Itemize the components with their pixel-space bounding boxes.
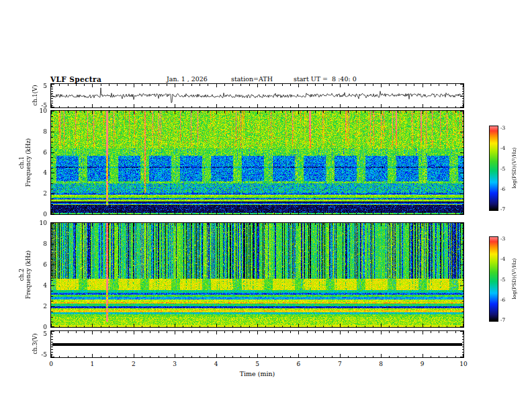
axis-tick [462, 103, 464, 103]
axis-tick [373, 223, 373, 225]
axis-tick [159, 326, 159, 328]
axis-tick [298, 104, 299, 107]
axis-tick [200, 223, 200, 225]
axis-tick [51, 280, 53, 281]
axis-tick [109, 356, 109, 358]
axis-tick [51, 178, 53, 179]
axis-tick [462, 116, 464, 117]
axis-tick [462, 142, 464, 142]
y-tick-label: 5 [31, 83, 47, 89]
axis-tick [92, 111, 93, 114]
axis-tick [332, 111, 332, 113]
axis-tick [232, 356, 233, 358]
axis-tick [348, 223, 349, 225]
axis-tick [150, 84, 150, 86]
axis-tick [431, 331, 431, 333]
axis-tick [381, 211, 382, 214]
axis-tick [159, 213, 159, 215]
x-tick-label: 6 [297, 361, 301, 367]
axis-tick [101, 111, 101, 113]
axis-tick [455, 356, 456, 358]
axis-tick [51, 142, 53, 142]
axis-tick [282, 331, 283, 333]
axis-tick [232, 326, 233, 328]
axis-tick [290, 326, 291, 328]
axis-tick [134, 84, 134, 87]
axis-tick [315, 331, 316, 333]
axis-tick [51, 275, 53, 276]
axis-tick [462, 270, 464, 271]
axis-tick [460, 173, 463, 173]
x-tick-label: 3 [173, 361, 177, 367]
axis-tick [462, 121, 464, 122]
axis-tick [200, 84, 200, 86]
axis-tick [290, 106, 291, 108]
axis-tick [462, 98, 464, 99]
axis-tick [51, 183, 53, 184]
axis-tick [76, 84, 77, 86]
ch3-waveform-panel [50, 330, 464, 358]
axis-tick [307, 84, 308, 86]
axis-tick [332, 331, 332, 333]
axis-tick [175, 354, 175, 357]
axis-tick [59, 106, 60, 108]
axis-tick [126, 223, 126, 225]
axis-tick [51, 189, 53, 189]
axis-tick [167, 106, 167, 108]
axis-tick [150, 326, 150, 328]
axis-tick [257, 84, 258, 87]
axis-tick [307, 213, 308, 215]
axis-tick [257, 104, 258, 107]
axis-tick [76, 106, 77, 108]
axis-tick [389, 106, 390, 108]
axis-tick [462, 259, 464, 260]
axis-tick [142, 223, 142, 225]
axis-tick [232, 111, 233, 113]
x-axis-title: Time (min) [240, 370, 275, 377]
axis-tick [398, 223, 398, 225]
axis-tick [134, 223, 134, 226]
axis-tick [117, 223, 118, 225]
axis-tick [84, 84, 85, 86]
axis-tick [257, 354, 258, 357]
x-tick-label: 2 [132, 361, 136, 367]
ch2-spectrogram-panel [50, 222, 464, 328]
axis-tick [249, 106, 250, 108]
ch2-channel-label: ch.2 [18, 250, 25, 299]
axis-tick [126, 84, 126, 86]
axis-tick [126, 331, 126, 333]
axis-tick [51, 334, 53, 334]
axis-tick [208, 111, 208, 113]
axis-tick [183, 331, 183, 333]
axis-tick [423, 223, 423, 226]
axis-tick [117, 356, 118, 358]
axis-tick [51, 214, 54, 214]
axis-tick [462, 189, 464, 189]
axis-tick [348, 356, 349, 358]
axis-tick [323, 331, 324, 333]
axis-tick [332, 213, 332, 215]
axis-tick [323, 106, 324, 108]
axis-tick [51, 291, 53, 291]
y-tick-label: 5 [31, 330, 47, 337]
colorbar-tick-label: -4 [500, 256, 505, 262]
ch1-colorbar [489, 126, 498, 211]
axis-tick [315, 356, 316, 358]
axis-tick [224, 356, 225, 358]
axis-tick [462, 342, 464, 342]
axis-tick [51, 96, 54, 97]
x-tick-label: 0 [49, 361, 53, 367]
axis-tick [423, 84, 423, 87]
ch2-frequency-axis-label: ch.2 Frequency (kHz) [18, 250, 32, 299]
axis-tick [142, 111, 142, 113]
axis-tick [183, 356, 183, 358]
axis-tick [68, 213, 69, 215]
axis-tick [462, 147, 464, 148]
axis-tick [460, 96, 463, 97]
colorbar-tick-label: -3 [500, 236, 505, 242]
axis-tick [439, 223, 439, 225]
axis-tick [51, 322, 53, 322]
axis-tick [183, 213, 183, 215]
axis-tick [200, 356, 200, 358]
axis-tick [373, 326, 373, 328]
